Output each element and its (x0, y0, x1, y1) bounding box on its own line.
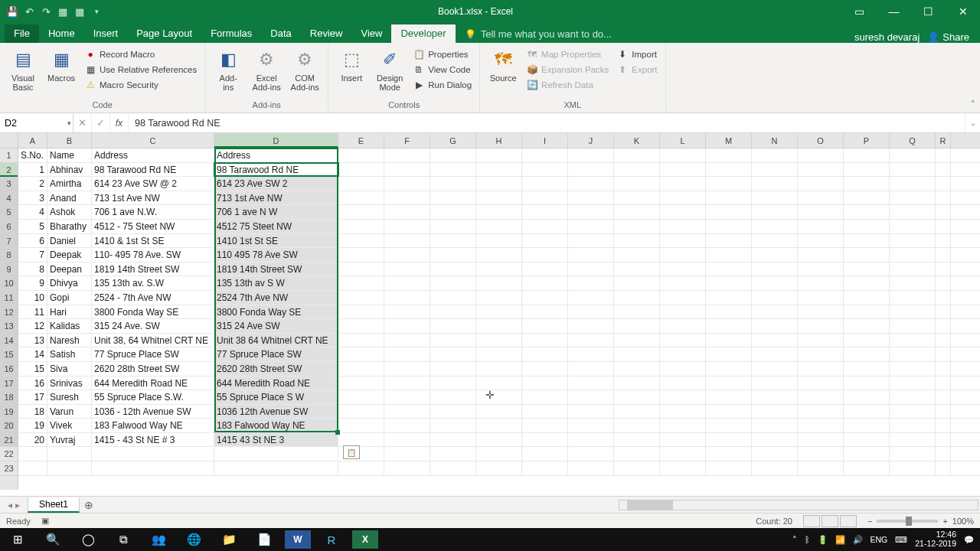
cell-M7[interactable] (706, 234, 752, 248)
cell-M23[interactable] (706, 461, 752, 475)
cell-A5[interactable]: 4 (18, 205, 47, 219)
chevron-down-icon[interactable]: ▾ (67, 119, 71, 127)
visual-basic-button[interactable]: ▤Visual Basic (5, 46, 41, 93)
word-icon[interactable]: W (285, 530, 311, 549)
cell-J11[interactable] (568, 291, 614, 305)
cell-L8[interactable] (660, 248, 706, 262)
cell-I18[interactable] (522, 390, 568, 404)
cell-P10[interactable] (844, 276, 890, 290)
cell-M13[interactable] (706, 319, 752, 333)
cell-F17[interactable] (384, 377, 430, 390)
cell-N5[interactable] (752, 205, 798, 219)
cell-K2[interactable] (614, 163, 660, 177)
cells-area[interactable]: S.No.NameAddressAddress1Abhinav98 Tarawo… (18, 148, 980, 476)
run-dialog-button[interactable]: ▶Run Dialog (411, 78, 473, 92)
page-layout-view-button[interactable] (822, 515, 838, 527)
row-header-12[interactable]: 12 (0, 305, 18, 320)
cell-A9[interactable]: 8 (18, 262, 47, 276)
cell-I5[interactable] (522, 205, 568, 219)
cell-K4[interactable] (614, 191, 660, 205)
cell-E21[interactable] (338, 433, 384, 447)
cell-B2[interactable]: Abhinav (47, 163, 92, 177)
cell-J17[interactable] (568, 377, 614, 390)
cell-M17[interactable] (706, 377, 752, 390)
teams-icon[interactable]: 👥 (141, 528, 176, 551)
row-header-14[interactable]: 14 (0, 334, 18, 348)
column-header-F[interactable]: F (384, 133, 430, 148)
cell-F5[interactable] (384, 205, 430, 219)
row-header-11[interactable]: 11 (0, 291, 18, 305)
cell-O12[interactable] (798, 305, 844, 319)
cell-C16[interactable]: 2620 28th Street SW (92, 362, 214, 376)
cell-E11[interactable] (338, 291, 384, 305)
cell-Q21[interactable] (890, 433, 936, 447)
macros-button[interactable]: ▦Macros (43, 46, 80, 84)
cell-F16[interactable] (384, 362, 430, 376)
row-header-13[interactable]: 13 (0, 319, 18, 334)
cell-K20[interactable] (614, 419, 660, 432)
cell-P12[interactable] (844, 305, 890, 319)
column-header-H[interactable]: H (476, 133, 522, 148)
cell-N20[interactable] (752, 419, 798, 432)
cell-O18[interactable] (798, 390, 844, 404)
zoom-out-button[interactable]: − (867, 517, 872, 526)
cell-L19[interactable] (660, 405, 706, 419)
cell-M3[interactable] (706, 177, 752, 191)
column-header-A[interactable]: A (18, 133, 47, 148)
cell-G11[interactable] (430, 291, 476, 305)
insert-control-button[interactable]: ⬚Insert (333, 46, 370, 84)
cell-C20[interactable]: 183 Falwood Way NE (92, 419, 214, 432)
cell-G19[interactable] (430, 405, 476, 419)
cell-Q23[interactable] (890, 461, 936, 475)
cell-N16[interactable] (752, 362, 798, 376)
cell-K1[interactable] (614, 148, 660, 162)
cell-I8[interactable] (522, 248, 568, 262)
cortana-icon[interactable]: ◯ (70, 528, 106, 551)
cell-M10[interactable] (706, 276, 752, 290)
chrome-icon[interactable]: 🌐 (176, 528, 211, 551)
cell-K6[interactable] (614, 220, 660, 233)
row-header-17[interactable]: 17 (0, 377, 18, 391)
cell-P19[interactable] (844, 405, 890, 419)
bluetooth-icon[interactable]: ᛒ (805, 535, 810, 544)
cell-G16[interactable] (430, 362, 476, 376)
cell-O9[interactable] (798, 262, 844, 276)
cell-L17[interactable] (660, 377, 706, 390)
cell-J22[interactable] (568, 447, 614, 461)
cell-P1[interactable] (844, 148, 890, 162)
cell-M15[interactable] (706, 347, 752, 361)
cell-J4[interactable] (568, 191, 614, 205)
cell-L4[interactable] (660, 191, 706, 205)
cell-R17[interactable] (936, 377, 951, 390)
cell-A1[interactable]: S.No. (18, 148, 47, 162)
cell-L20[interactable] (660, 419, 706, 432)
cell-I6[interactable] (522, 220, 568, 233)
cell-N14[interactable] (752, 334, 798, 347)
cell-F6[interactable] (384, 220, 430, 233)
column-header-R[interactable]: R (936, 133, 951, 148)
cell-H1[interactable] (476, 148, 522, 162)
cell-M5[interactable] (706, 205, 752, 219)
row-header-2[interactable]: 2 (0, 163, 18, 178)
cell-B17[interactable]: Srinivas (47, 377, 92, 390)
cell-C21[interactable]: 1415 - 43 St NE # 3 (92, 433, 214, 447)
cell-G2[interactable] (430, 163, 476, 177)
cell-I11[interactable] (522, 291, 568, 305)
cell-M16[interactable] (706, 362, 752, 376)
cell-B9[interactable]: Deepan (47, 262, 92, 276)
row-header-10[interactable]: 10 (0, 276, 18, 291)
cell-N7[interactable] (752, 234, 798, 248)
row-header-21[interactable]: 21 (0, 433, 18, 448)
cell-F12[interactable] (384, 305, 430, 319)
cell-H19[interactable] (476, 405, 522, 419)
redo-icon[interactable]: ↷ (40, 5, 52, 18)
cell-C11[interactable]: 2524 - 7th Ave NW (92, 291, 214, 305)
cell-B8[interactable]: Deepak (47, 248, 92, 262)
cell-N19[interactable] (752, 405, 798, 419)
cell-F10[interactable] (384, 276, 430, 290)
row-header-22[interactable]: 22 (0, 447, 18, 461)
cell-G1[interactable] (430, 148, 476, 162)
cell-O2[interactable] (798, 163, 844, 177)
cell-E15[interactable] (338, 347, 384, 361)
cell-L12[interactable] (660, 305, 706, 319)
